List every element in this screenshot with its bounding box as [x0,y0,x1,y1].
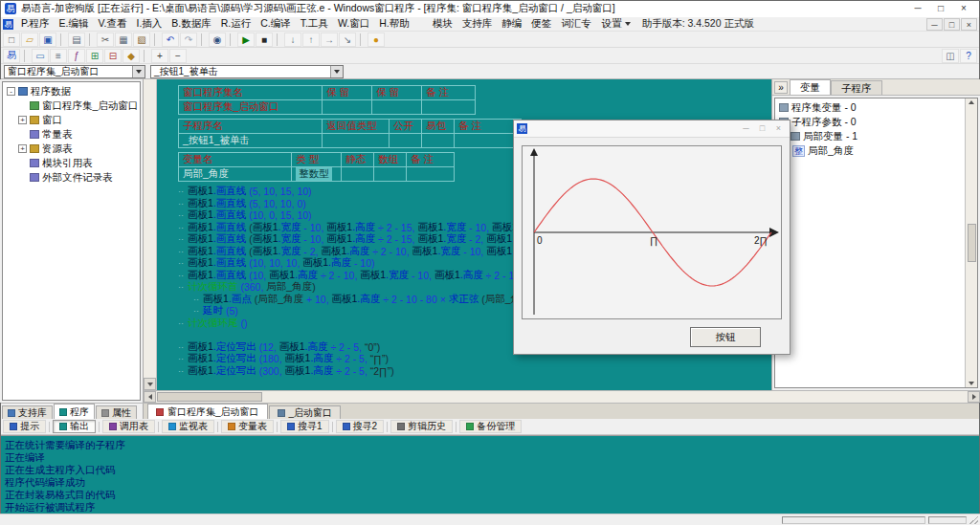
code-horizontal-scrollbar[interactable] [144,390,980,403]
panel-tab[interactable]: 输出 [53,420,96,433]
variable-tree-item[interactable]: 程序集变量 - 0 [777,100,963,115]
dialog-maximize-button[interactable]: □ [754,122,770,136]
tree-expander-icon[interactable]: + [18,116,27,124]
menu-item[interactable]: T.工具 [296,17,333,31]
step-into-button[interactable]: ↓ [284,33,301,47]
code-vertical-scrollbar[interactable] [144,79,157,390]
document-tab[interactable]: _启动窗口 [269,405,342,419]
table-cell[interactable] [390,134,422,148]
tree-item[interactable]: -程序数据 [3,84,140,98]
settings-menu[interactable]: 设置 [596,17,636,31]
tree-item[interactable]: +资源表 [3,142,140,156]
menu-item[interactable]: 词汇专 [556,17,596,31]
scroll-left-button[interactable] [144,391,156,403]
variable-tree-item[interactable]: 子程序参数 - 0 [777,115,963,129]
menu-item[interactable]: C.编译 [256,17,296,31]
insert-table-row-button[interactable]: ⊞ [86,49,103,63]
menu-item[interactable]: 静编 [497,17,526,31]
mdi-minimize-button[interactable]: ─ [926,18,943,31]
paste-button[interactable]: ▧ [133,33,150,47]
window-layout-button[interactable]: ◫ [942,49,959,63]
mdi-close-button[interactable]: × [961,18,977,31]
table-cell[interactable] [407,167,455,182]
bee-button[interactable]: ● [368,33,385,47]
cut-button[interactable]: ✂ [97,33,114,47]
panel-tab[interactable]: 提示 [3,420,46,433]
variable-tree-item[interactable]: 整局部_角度 [777,143,963,158]
undo-button[interactable]: ↶ [162,33,179,47]
run-button[interactable]: ▶ [237,33,255,47]
code-view-button[interactable]: ≡ [50,49,67,63]
maximize-button[interactable]: □ [929,1,952,16]
panel-tab[interactable]: 搜寻1 [280,420,329,433]
dialog-close-button[interactable]: × [770,122,787,136]
e-logo-button[interactable]: 易 [3,49,20,63]
save-button[interactable]: ▣ [39,33,56,47]
print-button[interactable]: ▤ [68,33,85,47]
dialog-button[interactable]: 按钮 [690,327,761,347]
table-cell[interactable] [422,134,455,148]
redo-button[interactable]: ↷ [180,33,197,47]
panel-scrollbar[interactable] [965,98,977,387]
menu-item[interactable]: B.数据库 [167,17,215,31]
table-cell[interactable] [323,100,372,115]
scroll-down-button[interactable] [144,378,156,390]
collapse-panel-button[interactable]: » [774,81,788,94]
panel-tab[interactable]: 调用表 [102,420,155,433]
panel-tab[interactable]: 备份管理 [459,420,522,433]
minimize-button[interactable]: ─ [906,1,929,16]
table-cell[interactable]: 局部_角度 [179,167,292,182]
menu-item[interactable]: R.运行 [216,17,256,31]
combo-dropdown-icon[interactable] [330,66,343,77]
find-button[interactable]: ◉ [209,33,226,47]
step-out-button[interactable]: ↑ [302,33,320,47]
table-cell[interactable]: _按钮1_被单击 [179,134,323,148]
left-panel-tab[interactable]: 程序 [54,404,95,419]
scroll-right-button[interactable] [968,391,980,403]
step-over-button[interactable]: → [321,33,338,47]
panel-tab[interactable]: 监视表 [162,420,214,433]
new-button[interactable]: □ [3,33,20,47]
help-button[interactable]: ? [960,49,977,63]
tree-item[interactable]: 常量表 [3,127,140,142]
panel-tab[interactable]: 剪辑历史 [390,420,453,433]
table-cell[interactable] [374,167,407,182]
assembly-combobox[interactable]: 窗口程序集_启动窗口 [4,65,145,78]
tree-item[interactable]: 模块引用表 [3,156,140,170]
delete-table-row-button[interactable]: ⊟ [104,49,122,63]
combo-dropdown-icon[interactable] [132,66,145,77]
menu-item[interactable]: E.编辑 [55,17,94,31]
panel-tab[interactable]: 变量 [790,79,831,95]
left-panel-tab[interactable]: 支持库 [2,405,53,419]
menu-item[interactable]: H.帮助 [374,17,414,31]
document-tab[interactable]: 窗口程序集_启动窗口 [147,404,268,419]
tree-item[interactable]: +窗口 [3,113,140,127]
table-cell[interactable] [342,167,374,182]
left-panel-tab[interactable]: 属性 [96,405,137,419]
tree-item[interactable]: 外部文件记录表 [3,170,140,185]
menu-item[interactable]: 模块 [428,17,457,31]
menu-item[interactable]: 便签 [526,17,556,31]
tree-expander-icon[interactable]: + [18,144,27,153]
insert-subroutine-button[interactable]: ƒ [68,49,85,63]
tree-item[interactable]: 窗口程序集_启动窗口 [3,98,140,113]
menu-item[interactable]: V.查看 [94,17,132,31]
event-combobox[interactable]: _按钮1_被单击 [150,65,344,78]
table-cell[interactable] [372,100,422,115]
menu-item[interactable]: P.程序 [16,17,55,31]
resize-grip-icon[interactable] [969,515,978,524]
running-program-window[interactable]: 易 ─ □ × 0 ∏ 2∏ [513,120,791,355]
panel-tab[interactable]: 子程序 [831,80,882,95]
expand-all-button[interactable]: + [151,49,168,63]
dialog-minimize-button[interactable]: ─ [738,122,754,136]
variable-tree-item[interactable]: -局部变量 - 1 [777,129,963,143]
table-cell[interactable] [455,134,522,148]
form-designer-button[interactable]: ▭ [32,49,49,63]
scrollbar-thumb[interactable] [968,224,976,262]
collapse-all-button[interactable]: − [169,49,187,63]
close-button[interactable]: × [952,1,975,16]
table-cell[interactable]: 窗口程序集_启动窗口 [179,100,323,115]
copy-button[interactable]: ▦ [115,33,132,47]
tree-expander-icon[interactable]: - [7,87,15,96]
menu-item[interactable]: 支持库 [457,17,498,31]
